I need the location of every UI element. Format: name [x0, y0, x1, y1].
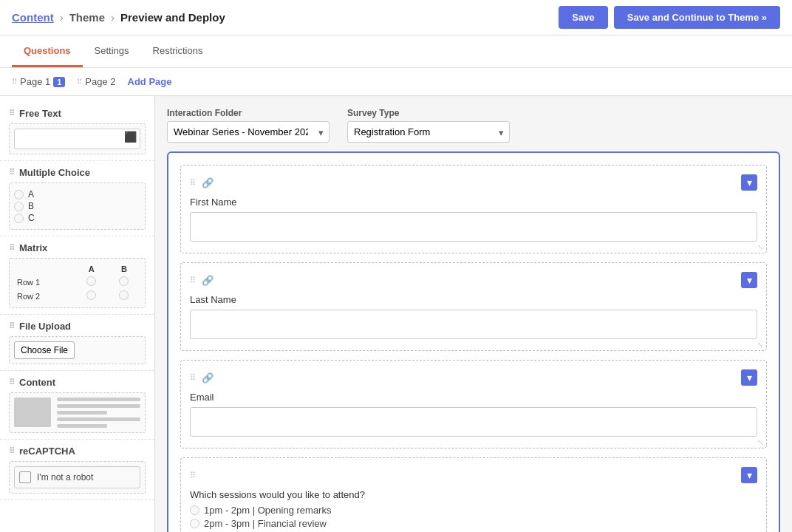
mc-option-c: C [14, 213, 140, 223]
q3-input[interactable] [190, 407, 757, 437]
q1-label: First Name [190, 197, 757, 208]
widget-recaptcha[interactable]: ⠿ reCAPTCHA I'm not a robot [0, 440, 154, 500]
main-layout: ⠿ Free Text ⬛ ⠿ Multiple Choice A [0, 96, 792, 532]
tab-restrictions[interactable]: Restrictions [141, 36, 215, 67]
q1-drag: ⠿ [190, 178, 196, 188]
matrix-label: Matrix [19, 242, 47, 253]
page-1-label: Page 1 [20, 76, 50, 87]
q2-drag: ⠿ [190, 276, 196, 285]
question-first-name: ⠿ 🔗 ▾ First Name ⤡ [180, 165, 767, 253]
top-bar-buttons: Save Save and Continue to Theme » [559, 6, 780, 29]
breadcrumb-sep-1: › [60, 11, 64, 24]
q1-input[interactable] [190, 212, 757, 242]
widget-multiple-choice[interactable]: ⠿ Multiple Choice A B C [0, 161, 154, 236]
free-text-drag: ⠿ [9, 109, 15, 118]
question-first-name-header: ⠿ 🔗 ▾ [190, 174, 757, 191]
q3-drag: ⠿ [190, 373, 196, 383]
widget-matrix[interactable]: ⠿ Matrix A B Row 1 [0, 236, 154, 315]
mc-drag: ⠿ [9, 168, 15, 177]
q2-collapse-button[interactable]: ▾ [741, 272, 757, 288]
file-upload-label: File Upload [19, 321, 71, 332]
interaction-folder-select-wrapper: Webinar Series - November 2022 [167, 121, 330, 143]
interaction-folder-item: Interaction Folder Webinar Series - Nove… [167, 108, 330, 143]
recaptcha-drag: ⠿ [9, 446, 15, 456]
choose-file-button[interactable]: Choose File [14, 341, 75, 359]
survey-type-item: Survey Type Registration Form [347, 108, 510, 143]
page-1[interactable]: ⠿ Page 1 1 [12, 76, 65, 87]
q3-label: Email [190, 392, 757, 403]
q4-drag: ⠿ [190, 471, 196, 480]
pages-bar: ⠿ Page 1 1 ⠿ Page 2 Add Page [0, 68, 792, 96]
matrix-table: A B Row 1 Row 2 [14, 263, 140, 303]
matrix-col-empty [14, 263, 75, 275]
q2-resize: ⤡ [757, 341, 763, 349]
recaptcha-checkbox [19, 471, 31, 483]
interaction-folder-label: Interaction Folder [167, 108, 330, 118]
free-text-input-preview: ⬛ [14, 129, 140, 149]
tab-settings[interactable]: Settings [83, 36, 141, 67]
survey-type-select[interactable]: Registration Form [347, 121, 510, 143]
content-line-5 [57, 424, 107, 428]
q4-label: Which sessions would you like to attend? [190, 489, 757, 500]
widget-content[interactable]: ⠿ Content [0, 371, 154, 440]
recaptcha-preview: I'm not a robot [9, 461, 146, 494]
survey-type-select-wrapper: Registration Form [347, 121, 510, 143]
tab-questions[interactable]: Questions [12, 36, 83, 67]
survey-type-label: Survey Type [347, 108, 510, 118]
widget-free-text[interactable]: ⠿ Free Text ⬛ [0, 102, 154, 161]
q1-collapse-button[interactable]: ▾ [741, 174, 757, 191]
content-line-3 [57, 411, 107, 415]
interaction-folder-select[interactable]: Webinar Series - November 2022 [167, 121, 330, 143]
matrix-col-a: A [75, 263, 108, 275]
breadcrumb-content[interactable]: Content [12, 11, 54, 24]
page-2[interactable]: ⠿ Page 2 [77, 76, 115, 87]
matrix-row-1: Row 1 [14, 275, 140, 289]
form-meta: Interaction Folder Webinar Series - Nove… [167, 108, 780, 143]
breadcrumb-preview: Preview and Deploy [120, 11, 225, 24]
widget-file-upload[interactable]: ⠿ File Upload Choose File [0, 315, 154, 371]
file-upload-preview: Choose File [9, 336, 146, 364]
save-button[interactable]: Save [559, 6, 607, 29]
top-bar: Content › Theme › Preview and Deploy Sav… [0, 0, 792, 35]
matrix-preview: A B Row 1 Row 2 [9, 258, 146, 308]
q2-label: Last Name [190, 294, 757, 305]
content-line-4 [57, 417, 140, 421]
breadcrumb: Content › Theme › Preview and Deploy [12, 11, 225, 24]
q3-collapse-button[interactable]: ▾ [741, 369, 757, 386]
save-continue-button[interactable]: Save and Continue to Theme » [614, 6, 780, 29]
matrix-row1-label: Row 1 [14, 275, 75, 289]
page-1-drag: ⠿ [12, 78, 17, 86]
question-email: ⠿ 🔗 ▾ Email ⤡ [180, 360, 767, 449]
question-sessions: ⠿ ▾ Which sessions would you like to att… [180, 457, 767, 532]
q4-option-1: 1pm - 2pm | Opening remarks [190, 505, 757, 516]
content-preview [9, 392, 146, 433]
add-page-button[interactable]: Add Page [128, 76, 172, 87]
question-sessions-header: ⠿ ▾ [190, 467, 757, 483]
mc-label: Multiple Choice [19, 167, 90, 178]
content-label: Content [19, 377, 55, 388]
mc-option-a: A [14, 189, 140, 200]
recaptcha-title-label: reCAPTCHA [19, 446, 75, 457]
q1-link-icon: 🔗 [202, 177, 214, 188]
mc-preview: A B C [9, 183, 146, 230]
q4-option-2: 2pm - 3pm | Financial review [190, 518, 757, 529]
content-image [14, 398, 51, 427]
matrix-col-b: B [108, 263, 140, 275]
file-upload-drag: ⠿ [9, 321, 15, 331]
q3-resize: ⤡ [757, 438, 763, 446]
question-last-name-header: ⠿ 🔗 ▾ [190, 272, 757, 288]
content-line-1 [57, 398, 140, 401]
content-drag: ⠿ [9, 378, 15, 387]
recaptcha-label: I'm not a robot [37, 472, 93, 482]
right-panel: Interaction Folder Webinar Series - Nove… [155, 96, 792, 532]
question-email-header: ⠿ 🔗 ▾ [190, 369, 757, 386]
q2-input[interactable] [190, 310, 757, 339]
page-2-label: Page 2 [85, 76, 115, 87]
q4-collapse-button[interactable]: ▾ [741, 467, 757, 483]
free-text-icon: ⬛ [124, 131, 137, 143]
q3-link-icon: 🔗 [202, 372, 214, 383]
left-panel: ⠿ Free Text ⬛ ⠿ Multiple Choice A [0, 96, 155, 532]
free-text-preview: ⬛ [9, 123, 146, 154]
matrix-drag: ⠿ [9, 243, 15, 253]
breadcrumb-theme[interactable]: Theme [69, 11, 105, 24]
